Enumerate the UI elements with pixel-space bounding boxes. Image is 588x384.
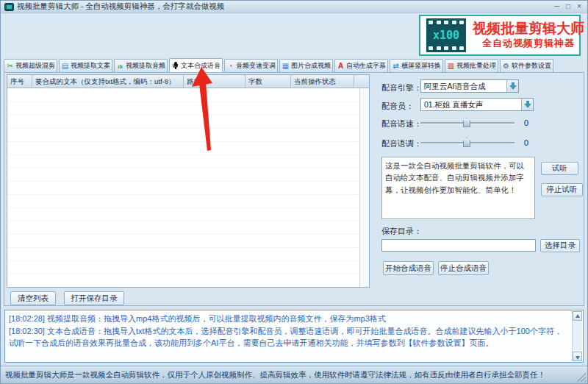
pitch-label: 配音语调： <box>381 138 422 149</box>
waveform-icon <box>116 63 124 70</box>
tab-image-to-video[interactable]: 图片合成视频 <box>279 59 333 72</box>
save-dir-label: 保存目录： <box>381 226 422 237</box>
speed-slider[interactable] <box>420 118 514 128</box>
log-area: [18:02:28] 视频提取音频：拖拽导入mp4格式的视频后，可以批量提取视频… <box>4 310 584 363</box>
logo-title: 视频批量剪辑大师 <box>473 21 584 37</box>
scroll-down-icon[interactable] <box>573 352 582 361</box>
stop-listen-button[interactable]: 停止试听 <box>541 183 583 196</box>
col-path[interactable]: 路径 <box>184 75 245 88</box>
pitch-value: 0 <box>524 138 528 147</box>
tab-extract-text[interactable]: 视频提取文案 <box>59 59 112 72</box>
speed-gauge-icon <box>226 63 234 70</box>
engine-value: 阿里云AI语音合成 <box>424 82 485 90</box>
slider-thumb[interactable] <box>463 118 470 127</box>
speed-value: 0 <box>524 118 528 127</box>
picture-icon <box>282 63 290 70</box>
voice-value: 01.柜姐 直播女声 <box>424 100 484 109</box>
tab-label: 视频提取文案 <box>71 61 110 71</box>
tab-bar: 视频超级混剪 视频提取文案 视频提取音频 文本合成语音 音频变速变调 图片合成视… <box>4 59 553 73</box>
tab-screen-rotate[interactable]: 横屏竖屏转换 <box>390 59 443 72</box>
slider-thumb[interactable] <box>463 138 470 147</box>
logo-badge: x100 <box>429 30 464 41</box>
window-title: 视频批量剪辑大师 - 全自动视频剪辑神器，会打字就会做视频 <box>17 1 224 12</box>
tab-label: 文本合成语音 <box>181 61 220 71</box>
choose-dir-button[interactable]: 选择目录 <box>540 239 580 252</box>
scroll-up-icon[interactable] <box>573 311 582 321</box>
tab-extract-audio[interactable]: 视频提取音频 <box>114 59 168 72</box>
table-scrollbar[interactable] <box>359 89 369 287</box>
logo-text: 视频批量剪辑大师 全自动视频剪辑神器 <box>473 21 584 50</box>
col-text[interactable]: 要合成的文本（仅支持txt格式，编码：utf-8） <box>32 75 184 88</box>
log-entry: [18:02:28] 视频提取音频：拖拽导入mp4格式的视频后，可以批量提取视频… <box>9 313 570 324</box>
col-filler <box>354 75 369 88</box>
tab-label: 软件参数设置 <box>512 61 551 71</box>
engine-label: 配音引擎： <box>381 82 422 93</box>
content-area: 序号 要合成的文本（仅支持txt格式，编码：utf-8） 路径 字数 当前操作状… <box>4 72 584 306</box>
scissors-icon <box>6 63 14 70</box>
app-logo: x100 视频批量剪辑大师 全自动视频剪辑神器 <box>419 15 581 56</box>
tab-label: 视频提取音频 <box>126 61 165 71</box>
speed-label: 配音语速： <box>381 118 422 129</box>
tab-label: 视频批量处理 <box>456 61 496 71</box>
log-scrollbar[interactable] <box>572 311 582 361</box>
filmstrip-icon: x100 <box>426 18 466 52</box>
header-banner: x100 视频批量剪辑大师 全自动视频剪辑神器 <box>1 14 587 57</box>
tab-label: 音频变速变调 <box>236 61 276 71</box>
document-icon <box>61 63 69 70</box>
col-word-count[interactable]: 字数 <box>245 75 291 88</box>
tab-label: 视频超级混剪 <box>15 61 55 71</box>
text-file-table: 序号 要合成的文本（仅支持txt格式，编码：utf-8） 路径 字数 当前操作状… <box>7 74 370 288</box>
tab-label: 横屏竖屏转换 <box>401 61 441 71</box>
chevron-down-icon[interactable] <box>521 99 533 110</box>
rotate-screen-icon <box>392 63 400 70</box>
logo-subtitle: 全自动视频剪辑神器 <box>473 37 584 50</box>
subtitle-a-icon <box>337 63 345 70</box>
microphone-icon <box>171 62 179 71</box>
table-header-row: 序号 要合成的文本（仅支持txt格式，编码：utf-8） 路径 字数 当前操作状… <box>7 75 369 88</box>
window-controls: ─ □ × <box>554 3 584 10</box>
tab-audio-speed-pitch[interactable]: 音频变速变调 <box>224 59 278 72</box>
col-index[interactable]: 序号 <box>7 75 32 88</box>
app-window: 视频批量剪辑大师 - 全自动视频剪辑神器，会打字就会做视频 ─ □ × x100… <box>0 0 588 384</box>
voice-label: 配音员： <box>381 101 414 112</box>
gear-icon <box>502 63 510 70</box>
video-batch-icon <box>447 63 455 70</box>
tab-video-batch[interactable]: 视频批量处理 <box>445 59 498 72</box>
tab-settings[interactable]: 软件参数设置 <box>500 59 553 72</box>
pitch-slider[interactable] <box>420 138 514 148</box>
start-synthesis-button[interactable]: 开始合成语音 <box>383 261 434 275</box>
sample-text-input[interactable]: 这是一款全自动视频批量剪辑软件，可以自动给文本配音、自动剪辑视频并添加字幕，让视… <box>381 157 535 219</box>
clear-list-button[interactable]: 清空列表 <box>10 291 56 305</box>
tab-text-to-speech[interactable]: 文本合成语音 <box>169 58 223 72</box>
chevron-down-icon[interactable] <box>506 80 518 92</box>
save-dir-input[interactable] <box>381 239 536 252</box>
app-icon <box>4 3 14 11</box>
engine-dropdown[interactable]: 阿里云AI语音合成 <box>420 79 519 93</box>
open-save-dir-button[interactable]: 打开保存目录 <box>64 291 124 305</box>
status-text: 视频批量剪辑大师是一款视频全自动剪辑软件，仅用于个人原创视频制作、提高剪辑效率，… <box>5 370 545 379</box>
tab-auto-subtitle[interactable]: 自动生成字幕 <box>334 59 388 72</box>
minimize-button[interactable]: ─ <box>554 3 559 10</box>
resize-grip[interactable] <box>577 373 586 382</box>
tab-label: 图片合成视频 <box>291 61 331 71</box>
title-bar: 视频批量剪辑大师 - 全自动视频剪辑神器，会打字就会做视频 ─ □ × <box>1 1 587 13</box>
log-entry: [18:02:30] 文本合成语音：拖拽导入txt格式的文本后，选择配音引擎和配… <box>9 325 570 349</box>
stop-synthesis-button[interactable]: 停止合成语音 <box>438 261 489 275</box>
col-status[interactable]: 当前操作状态 <box>291 75 354 88</box>
tab-video-super-mix[interactable]: 视频超级混剪 <box>4 59 57 72</box>
listen-button[interactable]: 试听 <box>541 162 578 175</box>
close-button[interactable]: × <box>577 3 581 10</box>
status-bar: 视频批量剪辑大师是一款视频全自动剪辑软件，仅用于个人原创视频制作、提高剪辑效率，… <box>1 366 587 383</box>
table-body-empty[interactable] <box>7 89 359 287</box>
tab-label: 自动生成字幕 <box>346 61 386 71</box>
voice-dropdown[interactable]: 01.柜姐 直播女声 <box>420 98 534 111</box>
maximize-button[interactable]: □ <box>566 3 570 10</box>
